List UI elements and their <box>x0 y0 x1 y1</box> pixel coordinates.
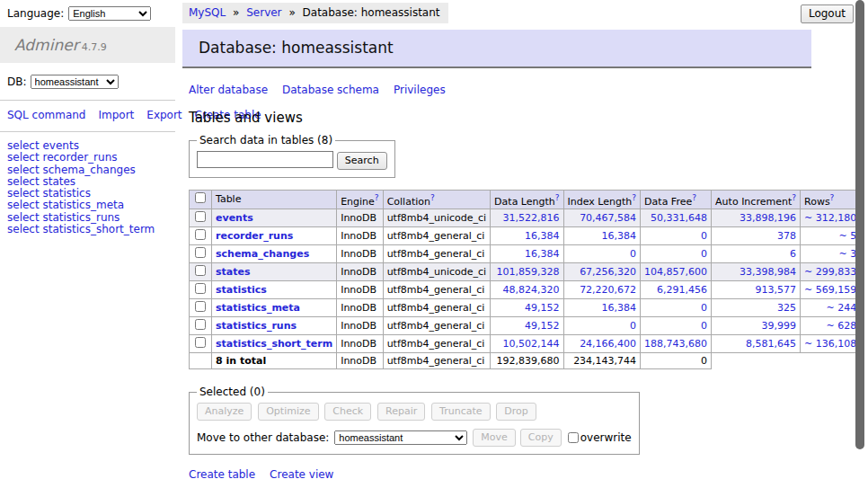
row-checkbox[interactable] <box>195 229 206 240</box>
index-length-link[interactable]: 16,384 <box>602 302 637 314</box>
index-length-link[interactable]: 24,166,400 <box>580 338 636 350</box>
help-link[interactable]: ? <box>692 193 696 202</box>
overwrite-checkbox[interactable] <box>568 432 579 443</box>
data-length-link[interactable]: 101,859,328 <box>497 266 560 278</box>
auto-increment-link[interactable]: 378 <box>777 230 796 242</box>
index-length-link[interactable]: 0 <box>630 248 636 260</box>
search-button[interactable]: Search <box>337 152 387 170</box>
sidebar-item-select-statistics-runs[interactable]: select statistics_runs <box>7 211 120 224</box>
select-all-checkbox[interactable] <box>195 192 206 203</box>
optimize-button[interactable]: Optimize <box>258 403 318 421</box>
sidebar-item-select-statistics-meta[interactable]: select statistics_meta <box>7 199 124 211</box>
import-link[interactable]: Import <box>98 109 134 121</box>
help-link[interactable]: ? <box>830 193 835 202</box>
rows-count-link[interactable]: ~ 299,833 <box>804 266 856 278</box>
data-free-link[interactable]: 0 <box>701 302 707 314</box>
repair-button[interactable]: Repair <box>377 403 425 421</box>
index-length-link[interactable]: 0 <box>630 320 636 332</box>
auto-increment-link[interactable]: 6 <box>790 248 796 260</box>
data-length-link[interactable]: 16,384 <box>525 230 560 242</box>
index-length-link[interactable]: 70,467,584 <box>580 212 636 224</box>
data-length-link[interactable]: 48,824,320 <box>503 284 560 296</box>
index-length-link[interactable]: 16,384 <box>602 230 637 242</box>
help-link[interactable]: ? <box>430 193 435 202</box>
table-name-link[interactable]: events <box>216 212 253 224</box>
table-name-link[interactable]: statistics_runs <box>216 320 297 332</box>
data-free-link[interactable]: 6,291,456 <box>657 284 707 296</box>
table-name-link[interactable]: statistics_short_term <box>216 338 332 350</box>
data-length-link[interactable]: 49,152 <box>525 320 560 332</box>
move-db-select[interactable]: homeassistant <box>334 430 467 445</box>
help-link[interactable]: ? <box>792 193 796 202</box>
auto-increment-link[interactable]: 325 <box>777 302 796 314</box>
row-checkbox[interactable] <box>195 301 206 312</box>
privileges-link[interactable]: Privileges <box>394 84 446 96</box>
create-view-link[interactable]: Create view <box>270 468 333 481</box>
db-select[interactable]: homeassistant <box>31 75 119 89</box>
sidebar-item-select-statistics-short-term[interactable]: select statistics_short_term <box>7 223 155 235</box>
check-button[interactable]: Check <box>324 403 371 421</box>
rows-count-link[interactable]: ~ 628 <box>826 320 856 332</box>
database-schema-link[interactable]: Database schema <box>282 84 379 96</box>
rows-count-link[interactable]: ~ 3 <box>838 248 856 260</box>
rows-count-link[interactable]: ~ 569,159 <box>804 284 856 296</box>
table-name-link[interactable]: states <box>216 266 251 278</box>
breadcrumb-mysql-link[interactable]: MySQL <box>189 6 226 19</box>
row-checkbox[interactable] <box>195 319 206 330</box>
scrollbar-thumb[interactable] <box>855 0 864 449</box>
data-free-link[interactable]: 50,331,648 <box>651 212 707 224</box>
row-checkbox[interactable] <box>195 247 206 258</box>
table-name-link[interactable]: recorder_runs <box>216 230 293 242</box>
truncate-button[interactable]: Truncate <box>431 403 490 421</box>
data-length-link[interactable]: 49,152 <box>525 302 560 314</box>
main-content: MySQL » Server » Database: homeassistant… <box>182 0 811 488</box>
copy-button[interactable]: Copy <box>520 429 562 447</box>
row-checkbox[interactable] <box>195 283 206 294</box>
auto-increment-link[interactable]: 39,999 <box>762 320 797 332</box>
data-length-link[interactable]: 16,384 <box>525 248 560 260</box>
row-checkbox[interactable] <box>195 211 206 222</box>
data-free-link[interactable]: 0 <box>701 320 707 332</box>
data-free-link[interactable]: 104,857,600 <box>644 266 707 278</box>
index-length-link[interactable]: 67,256,320 <box>580 266 636 278</box>
export-link[interactable]: Export <box>146 109 182 121</box>
sql-command-link[interactable]: SQL command <box>7 109 85 121</box>
sidebar-item-select-schema-changes[interactable]: select schema_changes <box>7 164 136 176</box>
table-name-link[interactable]: statistics <box>216 284 267 296</box>
analyze-button[interactable]: Analyze <box>197 403 252 421</box>
sidebar-item-select-events[interactable]: select events <box>7 139 79 152</box>
help-link[interactable]: ? <box>632 193 636 202</box>
table-name-link[interactable]: statistics_meta <box>216 302 300 314</box>
row-checkbox[interactable] <box>195 337 206 348</box>
create-table-link[interactable]: Create table <box>189 468 255 481</box>
index-length-link[interactable]: 72,220,672 <box>580 284 636 296</box>
sidebar-item-select-recorder-runs[interactable]: select recorder_runs <box>7 151 118 164</box>
rows-count-link[interactable]: ~ 136,108 <box>804 338 856 350</box>
table-name-link[interactable]: schema_changes <box>216 248 309 260</box>
drop-button[interactable]: Drop <box>496 403 536 421</box>
rows-count-link[interactable]: ~ 312,180 <box>804 212 856 224</box>
help-link[interactable]: ? <box>375 193 379 202</box>
alter-database-link[interactable]: Alter database <box>189 84 268 96</box>
language-select[interactable]: English <box>68 6 151 21</box>
rows-count-link[interactable]: ~ 244 <box>826 302 856 314</box>
auto-increment-link[interactable]: 913,577 <box>756 284 797 296</box>
logout-button[interactable]: Logout <box>801 4 854 23</box>
search-input[interactable] <box>197 151 333 168</box>
breadcrumb-server-link[interactable]: Server <box>246 6 281 19</box>
sidebar-item-select-states[interactable]: select states <box>7 175 75 188</box>
auto-increment-link[interactable]: 33,898,196 <box>740 212 796 224</box>
auto-increment-link[interactable]: 8,581,645 <box>746 338 796 350</box>
rows-count-link[interactable]: ~ 5 <box>838 230 856 242</box>
data-length-link[interactable]: 31,522,816 <box>503 212 560 224</box>
data-free-link[interactable]: 188,743,680 <box>644 338 707 350</box>
move-button[interactable]: Move <box>473 429 516 447</box>
data-free-link[interactable]: 0 <box>701 230 707 242</box>
data-free-link[interactable]: 0 <box>701 248 707 260</box>
row-checkbox[interactable] <box>195 265 206 276</box>
help-link[interactable]: ? <box>555 193 560 202</box>
auto-increment-link[interactable]: 33,398,984 <box>740 266 796 278</box>
data-length-link[interactable]: 10,502,144 <box>503 338 560 350</box>
col-header-data-length: Data Length? <box>491 190 563 209</box>
sidebar-item-select-statistics[interactable]: select statistics <box>7 187 91 200</box>
